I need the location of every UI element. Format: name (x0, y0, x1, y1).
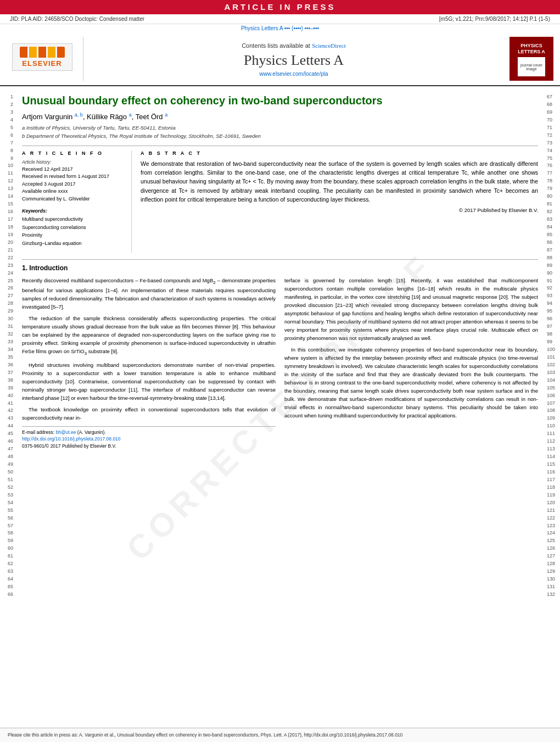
line-number: 49 (8, 461, 13, 468)
line-number: 70 (547, 116, 552, 124)
intro-p6: In this contribution, we investigate coh… (284, 345, 538, 420)
line-number: 9 (10, 155, 13, 163)
line-number: 15 (8, 200, 13, 208)
line-number: 13 (8, 185, 13, 193)
article-info-column: A R T I C L E I N F O Article history: R… (22, 150, 132, 253)
journal-logo-area: ELSEVIER (7, 37, 83, 81)
line-number: 110 (547, 422, 555, 430)
keyword-2: Superconducting correlations (22, 224, 126, 231)
line-number: 74 (547, 147, 552, 155)
journal-url[interactable]: www.elsevier.com/locate/pla (259, 71, 328, 77)
line-number: 27 (8, 292, 13, 300)
contents-available: Contents lists available at ScienceDirec… (242, 41, 346, 50)
line-number: 75 (547, 155, 552, 163)
citation-bar: Please cite this article in press as: A.… (0, 728, 560, 742)
line-number: 37 (8, 369, 13, 377)
line-number: 21 (8, 247, 13, 254)
copyright-line: © 2017 Published by Elsevier B.V. (141, 207, 538, 213)
line-number: 118 (547, 484, 555, 492)
line-number: 91 (547, 277, 552, 285)
line-number: 41 (8, 400, 13, 408)
line-number: 126 (547, 545, 555, 553)
line-number: 28 (8, 300, 13, 308)
line-number: 30 (8, 315, 13, 323)
abstract-column: A B S T R A C T We demonstrate that rest… (141, 150, 538, 253)
line-number: 22 (8, 254, 13, 262)
line-number: 59 (8, 537, 13, 545)
line-number: 113 (547, 445, 555, 453)
line-number: 65 (8, 583, 13, 591)
line-number: 8 (10, 147, 13, 155)
line-numbers-right: 6768697071727374757677787980818283848586… (545, 89, 560, 725)
intro-p5: terface is governed by correlation lengt… (284, 276, 538, 342)
affiliations: a Institute of Physics, University of Ta… (22, 124, 538, 140)
line-number: 46 (8, 438, 13, 445)
line-number: 53 (8, 492, 13, 499)
line-number: 119 (547, 492, 555, 499)
line-number: 56 (8, 515, 13, 522)
line-number: 61 (8, 553, 13, 560)
line-number: 104 (547, 377, 555, 384)
line-number: 128 (547, 560, 555, 568)
line-number: 107 (547, 400, 555, 408)
line-number: 87 (547, 247, 552, 254)
line-number: 111 (547, 430, 555, 438)
line-number: 77 (547, 170, 552, 177)
intro-p4: The textbook knowledge on proximity effe… (22, 405, 276, 422)
line-number: 121 (547, 507, 555, 515)
line-number: 88 (547, 254, 552, 262)
footnote-email-link[interactable]: bh@ut.ee (55, 429, 76, 435)
line-number: 117 (547, 476, 555, 484)
line-number: 68 (547, 101, 552, 109)
line-number: 2 (10, 101, 13, 109)
line-number: 40 (8, 392, 13, 400)
abstract-heading: A B S T R A C T (141, 150, 538, 156)
line-number: 48 (8, 453, 13, 461)
authors: Artjom Vargunin a, b, Küllike Rägo a, Te… (22, 112, 538, 121)
journal-link[interactable]: Physics Letters A ••• (••••) •••–••• (241, 25, 319, 31)
line-number: 105 (547, 384, 555, 392)
line-number: 76 (547, 162, 552, 170)
line-number: 89 (547, 262, 552, 270)
line-number: 69 (547, 109, 552, 116)
intro-p2: The reduction of the sample thickness co… (22, 314, 276, 357)
two-col-text: Recently discovered multiband supercondu… (22, 276, 538, 450)
line-number: 131 (547, 583, 555, 591)
line-number: 78 (547, 177, 552, 185)
line-number: 36 (8, 361, 13, 369)
main-content: Unusual boundary effect on coherency in … (15, 89, 545, 725)
line-number: 90 (547, 270, 552, 277)
line-number: 33 (8, 338, 13, 346)
footnote-email: E-mail address: bh@ut.ee (A. Vargunin). (22, 429, 276, 436)
text-col-right: terface is governed by correlation lengt… (284, 276, 538, 450)
line-number: 44 (8, 422, 13, 430)
line-number: 25 (8, 277, 13, 285)
revised-date: Received in revised form 1 August 2017 (22, 173, 126, 181)
line-number: 1 (10, 93, 13, 101)
line-number: 95 (547, 308, 552, 315)
line-number: 19 (8, 231, 13, 239)
line-number: 94 (547, 300, 552, 308)
line-number: 62 (8, 560, 13, 568)
line-number: 55 (8, 507, 13, 515)
line-number: 57 (8, 522, 13, 530)
article-in-press-bar: ARTICLE IN PRESS (0, 0, 560, 14)
footnote-doi-link[interactable]: http://dx.doi.org/10.1016/j.physleta.201… (22, 436, 121, 442)
line-number: 99 (547, 338, 552, 346)
sciencedirect-link[interactable]: ScienceDirect (312, 42, 346, 49)
line-number: 50 (8, 468, 13, 476)
line-number: 127 (547, 553, 555, 560)
line-number: 11 (8, 170, 13, 177)
line-number: 14 (8, 193, 13, 200)
accepted-date: Accepted 3 August 2017 (22, 181, 126, 188)
footnote-area: E-mail address: bh@ut.ee (A. Vargunin). … (22, 426, 276, 450)
article-history: Article history: Received 12 April 2017 … (22, 159, 126, 203)
line-number: 125 (547, 537, 555, 545)
journal-badge-title: PHYSICS LETTERS A (512, 43, 551, 55)
line-number: 114 (547, 453, 555, 461)
line-number: 81 (547, 200, 552, 208)
article-info-heading: A R T I C L E I N F O (22, 150, 126, 156)
section-1-heading: 1. Introduction (22, 264, 538, 272)
line-number: 63 (8, 568, 13, 576)
keywords-heading: Keywords: (22, 208, 126, 214)
